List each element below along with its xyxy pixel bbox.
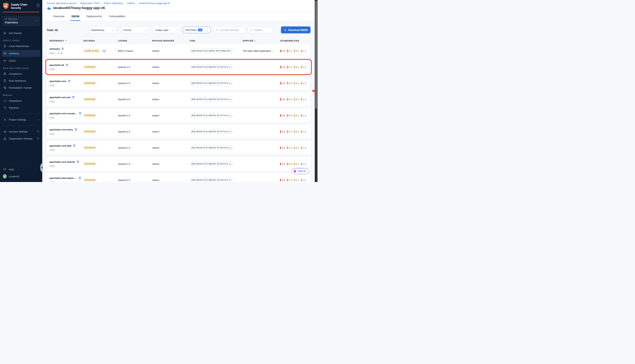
column-header-license: LICENSE bbox=[118, 40, 152, 42]
breadcrumb-separator: › bbox=[78, 2, 78, 4]
dependency-version: 1.5.5 bbox=[49, 165, 83, 168]
table-row[interactable]: apacheds-core 1.5.5 OUTDATED Apache-2.0 … bbox=[47, 76, 311, 90]
license-filter-dropdown[interactable]: License bbox=[121, 26, 149, 33]
tab-overview[interactable]: Overview bbox=[53, 12, 64, 21]
purl-chip[interactable]: pkg:maven/org.apache.directory.s… bbox=[190, 113, 233, 118]
integrations-icon bbox=[3, 99, 7, 102]
purl-chip[interactable]: pkg:maven/org.apache.directory.s… bbox=[190, 81, 233, 85]
purl-chip[interactable]: pkg:maven/org.apache.directory.s… bbox=[190, 129, 233, 134]
table-row[interactable]: apacheds-core-entry 1.5.5 OUTDATED Apach… bbox=[47, 125, 311, 138]
breadcrumb-artifacts[interactable]: Artifacts bbox=[127, 2, 135, 4]
breadcrumb-artifact-name[interactable]: lavakush07/easy-buggy-app:v6 bbox=[139, 2, 170, 4]
app-root: Supply Chain Security PROJECT bbox=[0, 0, 317, 182]
column-header-package-manager: PACKAGE MANAGER bbox=[152, 40, 190, 42]
sidebar-item-organization-settings[interactable]: Organization Settings ⓘ bbox=[0, 135, 42, 142]
dependency-name: apacheds-core-shared bbox=[49, 160, 75, 163]
download-icon bbox=[284, 28, 287, 31]
medium-count: M0 bbox=[294, 130, 299, 133]
severity-bar bbox=[287, 66, 288, 68]
tab-vulnerabilities[interactable]: Vulnerabilities bbox=[109, 12, 125, 21]
severity-bar bbox=[301, 130, 302, 133]
table-row[interactable]: antisamy 1.5.3 → 1.7.8 CLOSE TO EOL +1 B… bbox=[47, 44, 311, 58]
package-manager-input[interactable] bbox=[220, 28, 243, 31]
sbom-rows: antisamy 1.5.3 → 1.7.8 CLOSE TO EOL +1 B… bbox=[47, 44, 311, 182]
sidebar-item-compliance[interactable]: Compliance bbox=[0, 70, 42, 77]
low-count: L0 bbox=[301, 179, 306, 182]
layers-icon bbox=[61, 48, 64, 50]
sort-icon bbox=[254, 40, 255, 42]
license-cell: Apache-2.0 bbox=[118, 130, 152, 133]
sidebar-item-rule-definitions[interactable]: Rule Definitions bbox=[0, 77, 42, 84]
user-name: Lavakush bbox=[9, 175, 20, 178]
section-manage: MANAGE bbox=[3, 94, 39, 96]
dependency-version: 1.5.5 bbox=[49, 68, 83, 71]
page-scrollbar[interactable] bbox=[315, 0, 317, 182]
breadcrumb-organization[interactable]: Organization: SSCA bbox=[80, 2, 100, 4]
image-layer-filter-dropdown[interactable]: Image Layer bbox=[153, 26, 181, 33]
table-row[interactable]: apacheds-core-jndi 1.5.5 OUTDATED Apache… bbox=[47, 141, 311, 154]
table-row[interactable]: apacheds-core-shared 1.5.5 OUTDATED Apac… bbox=[47, 157, 311, 170]
sidebar-item-remediation-tracker[interactable]: Remediation Tracker bbox=[0, 84, 42, 91]
dependency-name: apacheds-core bbox=[49, 80, 66, 82]
sidebar-item-help[interactable]: ? Help bbox=[0, 166, 42, 173]
sidebar-item-project-settings[interactable]: Project Settings › bbox=[0, 116, 42, 123]
purl-chip[interactable]: pkg:maven/org.apache.directory.s… bbox=[190, 145, 233, 150]
oss-risk-extra-badge[interactable]: +1 bbox=[102, 49, 106, 53]
severity-bar bbox=[280, 114, 281, 117]
sidebar-item-get-started[interactable]: Get Started bbox=[0, 30, 42, 36]
sidebar-item-code-repositories[interactable]: Code Repositories bbox=[0, 42, 42, 50]
project-selector[interactable]: PROJECT Exploratory › bbox=[3, 16, 40, 26]
purl-chip[interactable]: pkg:maven/org.apache.directory.s… bbox=[190, 178, 233, 182]
purl-chip[interactable]: pkg:maven/org.apache.directory.s… bbox=[190, 64, 233, 69]
critical-count: C0 bbox=[280, 179, 285, 182]
severity-bar bbox=[301, 98, 302, 101]
scrollbar-thumb[interactable] bbox=[315, 1, 317, 109]
download-sbom-button[interactable]: Download SBOM bbox=[281, 26, 311, 34]
sidebar: Supply Chain Security PROJECT bbox=[0, 0, 42, 182]
breadcrumb-account[interactable]: Account: app-harness-ng-cicd bbox=[47, 2, 76, 4]
table-row[interactable]: apacheds-core-consta… 1.5.5 OUTDATED Apa… bbox=[47, 109, 311, 122]
tab-sbom[interactable]: SBOM bbox=[71, 12, 79, 21]
dependency-cell: apacheds-core-jndi 1.5.5 bbox=[49, 144, 83, 151]
low-count: L0 bbox=[301, 98, 306, 101]
purl-cell: pkg:maven/org.apache.directory.s… bbox=[190, 64, 243, 70]
layers-icon bbox=[78, 177, 81, 180]
severity-bar bbox=[301, 114, 302, 117]
oss-risks-cell: OUTDATED bbox=[83, 178, 118, 182]
infinity-icon bbox=[3, 60, 7, 62]
sidebar-item-pipelines[interactable]: Pipelines bbox=[0, 104, 42, 111]
table-row[interactable]: apacheds-core-avl 1.5.5 OUTDATED Apache-… bbox=[47, 93, 311, 106]
oss-risks-filter-dropdown[interactable]: OSS Risks 03 bbox=[183, 26, 210, 33]
vulnerabilities-cell: C0 H0 M0 L0 bbox=[280, 146, 311, 149]
user-menu[interactable]: L Lavakush bbox=[0, 173, 42, 180]
sidebar-item-cicd[interactable]: CI/CD bbox=[0, 57, 42, 64]
severity-bar bbox=[294, 162, 295, 165]
severity-bar bbox=[294, 50, 295, 52]
breadcrumb-project[interactable]: Project: Exploratory bbox=[104, 2, 123, 4]
package-manager-cell: maven bbox=[152, 50, 190, 52]
module-grid-icon[interactable] bbox=[36, 4, 40, 7]
supplier-input[interactable] bbox=[254, 28, 271, 31]
info-icon: ⓘ bbox=[37, 130, 39, 133]
dependency-filter-dropdown[interactable]: Dependency bbox=[89, 26, 116, 33]
purl-chip[interactable]: pkg:maven/org.apache.directory.s… bbox=[190, 97, 233, 102]
sidebar-item-integrations[interactable]: Integrations bbox=[0, 97, 42, 104]
table-row[interactable]: apacheds-interceptor-… 1.5.5 OUTDATED Ap… bbox=[47, 174, 311, 182]
purl-chip[interactable]: pkg:maven/org.apache.directory.s… bbox=[190, 162, 233, 166]
sidebar-item-artifacts[interactable]: Artifacts bbox=[2, 50, 40, 57]
dependency-cell: apacheds-interceptor-… 1.5.5 bbox=[49, 177, 83, 182]
chevron-right-icon: › bbox=[39, 118, 39, 121]
purl-chip[interactable]: pkg:maven/org.owasp.antisamy/ant… bbox=[190, 48, 233, 53]
oss-risks-cell: OUTDATED bbox=[83, 98, 118, 101]
layers-icon bbox=[73, 144, 76, 147]
ask-ai-button[interactable]: Ask AI bbox=[291, 168, 309, 174]
severity-bar bbox=[294, 114, 295, 117]
column-header-supplier[interactable]: SUPPLIER bbox=[243, 40, 280, 42]
severity-bar bbox=[280, 179, 281, 182]
sidebar-item-account-settings[interactable]: Account Settings ⓘ bbox=[0, 128, 42, 135]
column-header-dependency[interactable]: DEPENDENCY bbox=[49, 40, 83, 42]
dependency-name: apacheds-core-entry bbox=[49, 128, 73, 131]
low-count: L0 bbox=[301, 146, 306, 149]
table-row[interactable]: apacheds-all 1.5.5 OUTDATED Apache-2.0 m… bbox=[47, 60, 311, 74]
tab-deployments[interactable]: Deployments bbox=[86, 12, 102, 21]
